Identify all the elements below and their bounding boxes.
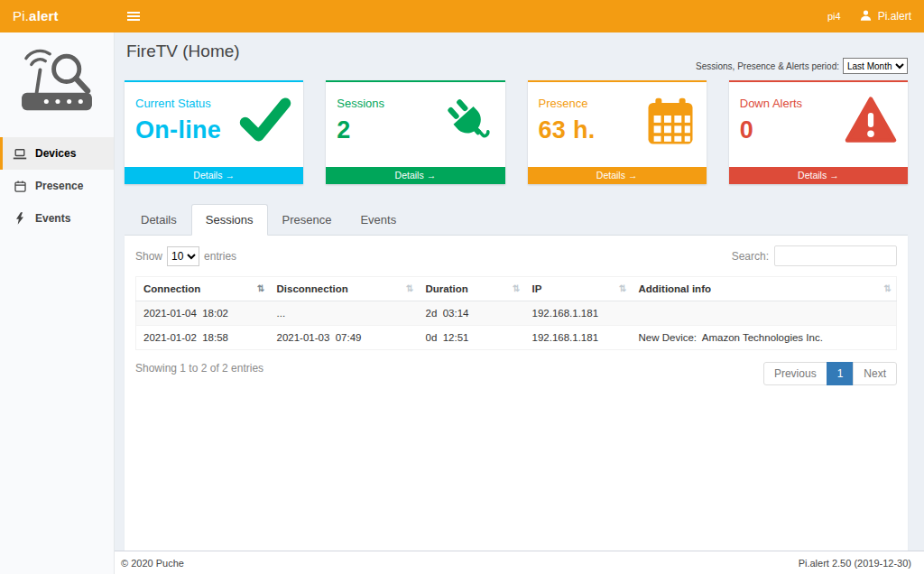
sidebar-item-label: Presence: [35, 180, 83, 192]
arrow-circle-icon: [424, 170, 436, 181]
sessions-panel: Show 10 entries Search: Connection Disco…: [125, 236, 908, 551]
sort-icon[interactable]: [513, 283, 520, 293]
show-label: Show: [135, 250, 162, 263]
card-details-link[interactable]: Details: [326, 167, 504, 184]
search-label: Search:: [732, 250, 769, 263]
page-length-control: Show 10 entries: [135, 246, 236, 266]
main-content: FireTV (Home) Sessions, Presence & Alert…: [115, 32, 924, 551]
table-footer: Showing 1 to 2 of 2 entries Previous 1 N…: [135, 362, 897, 385]
sidebar-item-events[interactable]: Events: [0, 202, 114, 235]
entries-label: entries: [204, 250, 236, 263]
sidebar-toggle-button[interactable]: [115, 0, 152, 32]
sidebar: Devices Presence Events: [0, 32, 115, 574]
calendar-icon: [13, 181, 27, 192]
pialert-logo: [0, 32, 114, 128]
sort-icon[interactable]: [406, 283, 413, 293]
table-header-row: Connection Disconnection Duration IP Add…: [136, 277, 897, 301]
table-row[interactable]: 2021-01-02 18:58 2021-01-03 07:49 0d 12:…: [136, 326, 897, 350]
tab-sessions[interactable]: Sessions: [191, 204, 268, 236]
content-header: FireTV (Home) Sessions, Presence & Alert…: [125, 42, 908, 74]
pagination: Previous 1 Next: [764, 362, 897, 385]
sessions-table: Connection Disconnection Duration IP Add…: [135, 276, 897, 350]
column-header-ip[interactable]: IP: [525, 277, 632, 301]
version-label: Pi.alert 2.50 (2019-12-30): [799, 558, 911, 569]
sidebar-menu: Devices Presence Events: [0, 137, 114, 235]
cell-disconnection: 2021-01-03 07:49: [270, 326, 419, 350]
top-navbar: Pi.alert pi4 Pi.alert: [0, 0, 924, 32]
sort-icon[interactable]: [619, 283, 626, 293]
calendar-icon: [645, 97, 696, 151]
brand-prefix: Pi.: [13, 8, 29, 23]
period-selector: Sessions, Presence & Alerts period: Last…: [696, 58, 908, 74]
cell-duration: 0d 12:51: [419, 326, 525, 350]
sidebar-item-devices[interactable]: Devices: [0, 137, 114, 170]
details-label: Details: [395, 170, 424, 181]
column-label: Disconnection: [277, 283, 348, 294]
arrow-circle-icon: [827, 170, 838, 181]
column-label: IP: [532, 283, 542, 294]
column-label: Connection: [143, 283, 200, 294]
copyright-label: © 2020 Puche: [121, 558, 184, 569]
user-icon: [859, 9, 873, 24]
card-current-status: Current Status On-line Details: [125, 80, 303, 184]
check-icon: [238, 97, 292, 145]
cell-disconnection: ...: [270, 301, 419, 326]
search-control: Search:: [732, 245, 897, 266]
table-controls: Show 10 entries Search:: [135, 245, 897, 266]
column-header-duration[interactable]: Duration: [419, 277, 525, 301]
sidebar-item-presence[interactable]: Presence: [0, 170, 114, 202]
user-menu[interactable]: Pi.alert: [859, 9, 911, 24]
card-details-link[interactable]: Details: [729, 167, 908, 184]
table-row[interactable]: 2021-01-04 18:02 ... 2d 03:14 192.168.1.…: [136, 301, 897, 326]
cell-duration: 2d 03:14: [419, 301, 525, 326]
pagination-page-1-button[interactable]: 1: [827, 362, 855, 385]
column-header-connection[interactable]: Connection: [136, 277, 270, 301]
bolt-icon: [13, 212, 27, 225]
brand-logo[interactable]: Pi.alert: [0, 0, 115, 32]
details-label: Details: [193, 170, 222, 181]
plug-icon: [444, 97, 494, 151]
page-footer: © 2020 Puche Pi.alert 2.50 (2019-12-30): [115, 551, 924, 574]
warning-icon: [845, 97, 897, 147]
period-label: Sessions, Presence & Alerts period:: [696, 61, 839, 71]
card-down-alerts: Down Alerts 0 Details: [729, 80, 908, 184]
page-length-select[interactable]: 10: [167, 246, 199, 266]
cell-connection: 2021-01-02 18:58: [136, 326, 270, 350]
cell-ip: 192.168.1.181: [525, 326, 632, 350]
column-label: Additional info: [639, 283, 711, 294]
details-label: Details: [798, 170, 827, 181]
laptop-icon: [13, 148, 27, 160]
hostname-label: pi4: [827, 11, 841, 22]
cell-additional-info: [632, 301, 897, 326]
card-details-link[interactable]: Details: [125, 167, 303, 184]
sort-icon[interactable]: [257, 283, 264, 293]
column-header-additional-info[interactable]: Additional info: [632, 277, 897, 301]
pagination-previous-button[interactable]: Previous: [763, 362, 827, 385]
card-sessions: Sessions 2 Details: [326, 80, 504, 184]
arrow-circle-icon: [625, 170, 637, 181]
navbar-right: pi4 Pi.alert: [827, 9, 924, 24]
search-input[interactable]: [774, 245, 897, 266]
brand-suffix: alert: [29, 8, 59, 23]
arrow-circle-icon: [222, 170, 234, 181]
detail-tabs: Details Sessions Presence Events: [125, 204, 908, 236]
user-menu-label: Pi.alert: [878, 10, 911, 23]
card-details-link[interactable]: Details: [528, 167, 707, 184]
period-select[interactable]: Last Month: [843, 58, 908, 74]
tab-details[interactable]: Details: [126, 204, 191, 236]
details-label: Details: [596, 170, 625, 181]
sort-icon[interactable]: [884, 283, 892, 293]
table-info-label: Showing 1 to 2 of 2 entries: [135, 362, 263, 375]
pagination-next-button[interactable]: Next: [853, 362, 897, 385]
sidebar-item-label: Devices: [35, 147, 76, 160]
info-cards: Current Status On-line Details Sessions …: [125, 80, 908, 184]
column-header-disconnection[interactable]: Disconnection: [270, 277, 419, 301]
cell-connection: 2021-01-04 18:02: [136, 301, 270, 326]
column-label: Duration: [426, 283, 468, 294]
hamburger-icon: [127, 15, 140, 17]
tab-events[interactable]: Events: [346, 204, 411, 236]
tab-presence[interactable]: Presence: [268, 204, 346, 236]
sidebar-item-label: Events: [35, 212, 70, 225]
card-presence: Presence 63 h. Details: [528, 80, 707, 184]
cell-additional-info: New Device: Amazon Technologies Inc.: [632, 326, 897, 350]
